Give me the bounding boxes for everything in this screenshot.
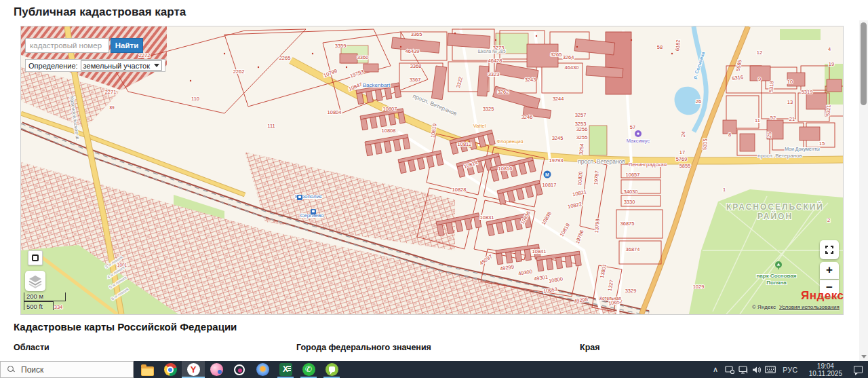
system-tray: ∧ РУС 19:04 10.11.2025 <box>708 361 868 378</box>
map-parcel-label: 10820 <box>576 171 584 186</box>
map-text-label: Vattel <box>473 123 486 129</box>
map-parcel-label: 9 <box>758 76 761 82</box>
taskbar-icon-whatsapp[interactable]: ✆ <box>297 361 320 378</box>
map-parcel-label: 17 <box>679 149 685 155</box>
scrollbar-thumb[interactable] <box>861 22 867 105</box>
clock[interactable]: 19:04 10.11.2025 <box>804 362 848 377</box>
map-parcel-label: 46428 <box>488 58 502 64</box>
scroll-down-icon[interactable] <box>861 355 867 358</box>
app-c-ring-icon <box>234 364 245 375</box>
map-area-label: КРАСНОСЕЛЬСКИЙ <box>726 202 824 212</box>
taskbar-icon-chrome[interactable] <box>159 361 182 378</box>
map-parcel-label: 15 <box>819 140 825 147</box>
network-icon[interactable] <box>736 361 750 378</box>
map-parcel-label: 6182 <box>674 39 681 51</box>
taskbar-icon-app-blue-orb[interactable] <box>251 361 274 378</box>
map-container: 2272226522622271891101113341001335933603… <box>20 26 844 315</box>
taskbar-icon-app-green-chat[interactable] <box>320 361 343 378</box>
map-text-label: просп. Ветеранов <box>757 153 802 159</box>
taskbar-icon-excel[interactable]: X <box>274 361 297 378</box>
metro-icon[interactable]: М <box>544 171 551 178</box>
taskbar-icon-app-pink[interactable] <box>205 361 228 378</box>
map-parcel-label: 3323 <box>488 71 500 77</box>
zoom-in-button[interactable]: + <box>820 262 839 279</box>
yandex-logo[interactable]: Яндекс <box>801 289 844 303</box>
map-parcel-label: 46430 <box>565 64 579 71</box>
map-parcel-label: 34030 <box>624 189 638 195</box>
map-parcel-label: 24 <box>680 131 687 137</box>
clock-date: 10.11.2025 <box>809 370 842 377</box>
map-parcel-label: 52 <box>770 115 776 121</box>
map-text-label: Ленинградская <box>629 162 667 168</box>
svg-text:М: М <box>545 172 549 177</box>
column-oblasti: Области <box>14 343 50 352</box>
map-parcel-label: 3359 <box>335 43 347 49</box>
area-measure-button[interactable] <box>28 250 43 265</box>
cadastral-search-panel: Найти <box>25 38 143 53</box>
map-parcel-label: 10841 <box>532 248 547 254</box>
map-parcel-label: 10657 <box>626 172 640 178</box>
map-text-label: Мои Документы <box>785 147 820 152</box>
touch-keyboard-icon[interactable] <box>764 361 777 378</box>
map-area-label: РАЙОН <box>757 211 793 221</box>
whatsapp-icon: ✆ <box>302 363 315 376</box>
rail-station-icon[interactable] <box>297 195 302 200</box>
green-area <box>780 29 821 40</box>
map-attribution: © ЯндексУсловия использования <box>752 304 840 310</box>
map-parcel-label: 3253 <box>575 121 587 127</box>
map-parcel-label: 111 <box>267 123 275 129</box>
map-parcel-label: 19 <box>829 61 834 67</box>
map-parcel-label: 10812 <box>458 141 472 147</box>
map-parcel-label: 3262 <box>498 89 509 95</box>
device-icon[interactable] <box>723 361 736 378</box>
taskbar-search[interactable]: Поиск <box>0 361 134 378</box>
app-blue-orb-icon <box>256 363 269 376</box>
terms-link[interactable]: Условия использования <box>779 304 840 310</box>
map-parcel-label: 3244 <box>553 96 564 102</box>
map-parcel-label: 2265 <box>279 55 291 61</box>
taskbar-icon-yandex-browser[interactable]: Y <box>182 361 205 378</box>
map-parcel-label: 36874 <box>626 246 640 252</box>
map-parcel-label: 3264 <box>563 54 574 60</box>
map-parcel-label: 57 <box>630 124 635 130</box>
language-indicator[interactable]: РУС <box>777 366 804 374</box>
map-parcel-label: 89 <box>109 105 115 110</box>
volume-icon[interactable] <box>750 361 764 378</box>
app-pink-icon <box>210 363 223 376</box>
map-parcel-label: 5855 <box>679 163 691 169</box>
taskbar-icon-app-c-ring[interactable] <box>228 361 251 378</box>
chevron-down-icon <box>154 64 159 67</box>
page-scrollbar[interactable] <box>859 20 868 361</box>
taskbar-icon-file-explorer[interactable] <box>136 361 159 378</box>
map-parcel-label: 5319 <box>802 89 813 95</box>
action-center-button[interactable] <box>848 361 868 378</box>
map-parcel-label: 5321 <box>825 105 831 116</box>
map-parcel-label: 3329 <box>625 288 637 294</box>
cadastral-number-input[interactable] <box>25 38 109 53</box>
layers-button[interactable] <box>25 271 45 291</box>
find-button[interactable]: Найти <box>111 38 143 53</box>
action-center-icon <box>854 366 863 373</box>
object-type-label: Определение: <box>28 62 78 70</box>
hidden-icons-chevron[interactable]: ∧ <box>708 365 723 374</box>
green-area <box>589 126 607 155</box>
map-area-label: парк Сосновая <box>756 273 796 279</box>
map-parcel-label: 5318 <box>768 81 774 92</box>
map-parcel-label: 25 <box>766 132 773 138</box>
rail-station-icon[interactable] <box>311 209 316 214</box>
map-parcel-label: 10816 <box>498 166 513 172</box>
fullscreen-button[interactable] <box>820 240 839 259</box>
object-type-select[interactable]: земельный участок <box>81 60 162 71</box>
scale-bar: 200 м 500 ft <box>24 292 68 310</box>
map-parcel-label: 10817 <box>542 182 557 188</box>
map-parcel-label: 3243 <box>525 77 536 83</box>
map-parcel-label: 21 <box>789 116 795 122</box>
map-parcel-label: 10808 <box>382 128 396 134</box>
map-parcel-label: 3367 <box>410 77 421 83</box>
poi-pin-icon[interactable] <box>635 130 642 137</box>
map-parcel-label: 19787 <box>593 170 600 185</box>
object-type-panel: Определение: земельный участок <box>25 59 165 72</box>
map-parcel-label: 10831 <box>480 214 494 221</box>
fullscreen-icon <box>820 240 839 259</box>
map-parcel-label: 4 <box>828 46 831 52</box>
